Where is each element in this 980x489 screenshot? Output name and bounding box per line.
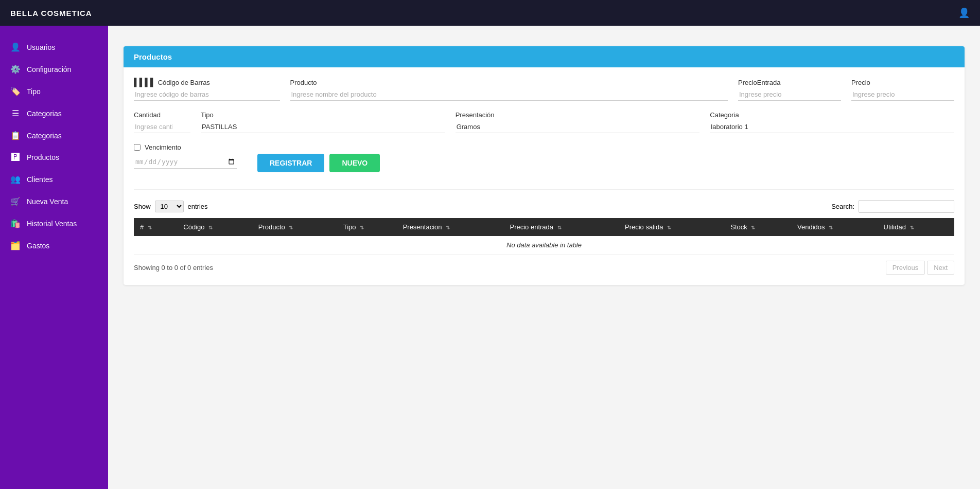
divider (134, 189, 954, 190)
layout: 👤 Usuarios ⚙️ Configuración 🏷️ Tipo ☰ Ca… (0, 26, 980, 489)
sort-icon-precio-entrada: ⇅ (557, 225, 562, 230)
button-row: REGISTRAR NUEVO (257, 154, 380, 172)
sort-icon-precio-salida: ⇅ (667, 225, 671, 230)
card-body: ▌▌▌▌ Código de Barras Producto PrecioEnt… (124, 67, 965, 285)
sort-icon-producto: ⇅ (289, 225, 293, 230)
history-icon: 🛍️ (10, 219, 21, 228)
entries-label: entries (188, 203, 208, 210)
main-content: Productos ▌▌▌▌ Código de Barras Producto (108, 26, 980, 489)
previous-button[interactable]: Previous (886, 261, 925, 275)
sidebar-label-categorias1: Categorias (27, 110, 62, 118)
precio-entrada-group: PrecioEntrada (738, 79, 841, 101)
categoria-value[interactable]: laboratorio 1 (710, 121, 954, 133)
sidebar-item-configuracion[interactable]: ⚙️ Configuración (0, 58, 108, 80)
sidebar-label-productos: Productos (27, 153, 59, 161)
search-input[interactable] (859, 200, 954, 213)
products-card: Productos ▌▌▌▌ Código de Barras Producto (124, 46, 965, 285)
gear-icon: ⚙️ (10, 64, 21, 74)
sort-icon-vendidos: ⇅ (829, 225, 833, 230)
sidebar-item-historial-ventas[interactable]: 🛍️ Historial Ventas (0, 212, 108, 234)
vencimiento-checkbox[interactable] (134, 144, 141, 151)
precio-label: Precio (851, 79, 954, 86)
tag-icon: 🏷️ (10, 86, 21, 96)
sidebar-label-gastos: Gastos (27, 242, 49, 250)
precio-input[interactable] (851, 88, 954, 101)
col-num[interactable]: # ⇅ (134, 218, 177, 236)
showing-text: Showing 0 to 0 of 0 entries (134, 264, 213, 271)
sidebar-item-gastos[interactable]: 🗂️ Gastos (0, 234, 108, 257)
nuevo-button[interactable]: NUEVO (329, 154, 380, 172)
sort-icon-tipo: ⇅ (360, 225, 364, 230)
sort-icon-presentacion: ⇅ (446, 225, 450, 230)
show-label: Show (134, 203, 151, 210)
topbar: BELLA COSMETICA 👤 (0, 0, 980, 26)
barcode-group: ▌▌▌▌ Código de Barras (134, 78, 280, 101)
pagination-row: Showing 0 to 0 of 0 entries Previous Nex… (134, 261, 954, 275)
product-input[interactable] (290, 88, 728, 101)
expenses-icon: 🗂️ (10, 241, 21, 250)
col-vendidos[interactable]: Vendidos ⇅ (791, 218, 878, 236)
list-icon: ☰ (10, 108, 21, 118)
next-button[interactable]: Next (927, 261, 954, 275)
table-head: # ⇅ Código ⇅ Producto ⇅ Tipo ⇅ Presentac… (134, 218, 954, 236)
layers-icon: 📋 (10, 131, 21, 140)
presentacion-group: Presentación Gramos (456, 111, 700, 133)
product-group: Producto (290, 79, 728, 101)
user-icon: 👤 (10, 42, 21, 52)
cantidad-input[interactable] (134, 121, 190, 133)
presentacion-label: Presentación (456, 111, 700, 119)
precio-entrada-label: PrecioEntrada (738, 79, 841, 86)
form-row-1: ▌▌▌▌ Código de Barras Producto PrecioEnt… (134, 78, 954, 101)
sidebar-label-tipo: Tipo (27, 87, 41, 96)
card-header: Productos (124, 46, 965, 67)
tipo-value[interactable]: PASTILLAS (201, 121, 445, 133)
sidebar-item-categorias1[interactable]: ☰ Categorias (0, 102, 108, 124)
entries-select[interactable]: 10 25 50 100 (155, 201, 184, 212)
sidebar-item-clientes[interactable]: 👥 Clientes (0, 168, 108, 190)
col-tipo[interactable]: Tipo ⇅ (337, 218, 397, 236)
vencimiento-row: Vencimiento (134, 143, 237, 151)
presentacion-value[interactable]: Gramos (456, 121, 700, 133)
categoria-label: Categoria (710, 111, 954, 119)
clients-icon: 👥 (10, 174, 21, 184)
vencimiento-label: Vencimiento (145, 143, 181, 151)
col-utilidad[interactable]: Utilidad ⇅ (878, 218, 954, 236)
col-precio-entrada[interactable]: Precio entrada ⇅ (504, 218, 619, 236)
sidebar-label-nueva-venta: Nueva Venta (27, 197, 68, 206)
sort-icon-stock: ⇅ (751, 225, 755, 230)
col-codigo[interactable]: Código ⇅ (177, 218, 252, 236)
no-data-row: No data available in table (134, 236, 954, 255)
no-data-message: No data available in table (134, 236, 954, 255)
table-controls: Show 10 25 50 100 entries Search: (134, 200, 954, 213)
col-producto[interactable]: Producto ⇅ (252, 218, 337, 236)
cantidad-wrapper (134, 121, 190, 133)
data-table: # ⇅ Código ⇅ Producto ⇅ Tipo ⇅ Presentac… (134, 218, 954, 255)
precio-entrada-input[interactable] (738, 88, 841, 101)
barcode-input[interactable] (134, 88, 280, 101)
sidebar-label-categorias2: Categorias (27, 132, 62, 140)
sidebar-item-tipo[interactable]: 🏷️ Tipo (0, 80, 108, 102)
barcode-icon: ▌▌▌▌ (134, 78, 158, 86)
sidebar-item-usuarios[interactable]: 👤 Usuarios (0, 36, 108, 58)
sidebar-label-usuarios: Usuarios (27, 43, 55, 51)
sidebar-item-nueva-venta[interactable]: 🛒 Nueva Venta (0, 190, 108, 212)
sidebar-item-categorias2[interactable]: 📋 Categorias (0, 124, 108, 147)
col-stock[interactable]: Stock ⇅ (724, 218, 791, 236)
vencimiento-section: Vencimiento (134, 143, 237, 179)
form-row-2: Cantidad Tipo PASTILLAS Presentación Gra… (134, 111, 954, 133)
tipo-label: Tipo (201, 111, 445, 119)
product-label: Producto (290, 79, 728, 86)
col-precio-salida[interactable]: Precio salida ⇅ (619, 218, 724, 236)
tipo-group: Tipo PASTILLAS (201, 111, 445, 133)
app-title: BELLA COSMETICA (10, 9, 92, 17)
categoria-group: Categoria laboratorio 1 (710, 111, 954, 133)
card-title: Productos (134, 52, 172, 61)
barcode-label: ▌▌▌▌ Código de Barras (134, 78, 280, 86)
registrar-button[interactable]: REGISTRAR (257, 154, 324, 172)
sidebar-item-productos[interactable]: 🅿 Productos (0, 147, 108, 168)
col-presentacion[interactable]: Presentacion ⇅ (397, 218, 504, 236)
search-label: Search: (831, 203, 854, 210)
date-row (134, 155, 237, 169)
user-icon[interactable]: 👤 (958, 7, 970, 19)
date-input[interactable] (134, 155, 237, 169)
